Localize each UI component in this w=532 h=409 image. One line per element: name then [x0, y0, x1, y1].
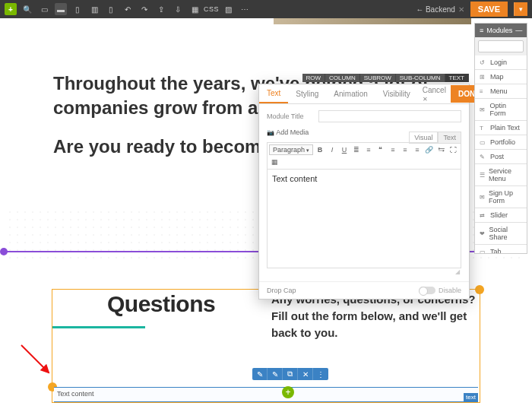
- redo-icon[interactable]: ↷: [138, 3, 150, 15]
- drag-icon[interactable]: ⋮: [313, 368, 328, 380]
- rte-toolbar: Paragraph B I U ≣ ≡ ❝ ≡ ≡ ≡ 🔗 ⮀ ⛶ ▦: [267, 142, 461, 170]
- module-item-label: Sign Up Form: [489, 189, 522, 204]
- crumb-subcolumn[interactable]: SUB-COLUMN: [396, 74, 445, 82]
- duplicate-icon[interactable]: ⧉: [283, 368, 298, 380]
- css-button[interactable]: CSS: [205, 3, 217, 15]
- search-icon[interactable]: 🔍: [21, 3, 33, 15]
- toggle-switch-icon[interactable]: [419, 287, 435, 294]
- menu-icon: ≡: [480, 88, 487, 95]
- undo-icon[interactable]: ↶: [122, 3, 134, 15]
- layout-icon[interactable]: ▦: [188, 3, 201, 15]
- module-title-input[interactable]: [318, 110, 461, 122]
- save-button[interactable]: SAVE: [470, 2, 508, 17]
- module-item-portfolio[interactable]: ▭Portfolio: [475, 135, 527, 150]
- minimize-icon[interactable]: —: [515, 27, 522, 34]
- text-badge: text: [464, 393, 478, 401]
- cancel-button[interactable]: Cancel: [418, 86, 451, 103]
- heading-underline: [52, 326, 145, 328]
- tablet-landscape-icon[interactable]: ▬: [55, 3, 67, 15]
- export-icon[interactable]: ⇪: [155, 3, 167, 15]
- tab-styling[interactable]: Styling: [288, 85, 326, 103]
- desktop-icon[interactable]: ▭: [38, 3, 50, 15]
- module-item-map[interactable]: ⊞Map: [475, 70, 527, 84]
- module-item-label: Social Share: [489, 226, 522, 241]
- tab-visibility[interactable]: Visibility: [375, 85, 418, 103]
- modules-title: Modules: [486, 27, 512, 34]
- backend-link[interactable]: Backend✕: [416, 5, 464, 14]
- module-item-service-menu[interactable]: ☰Service Menu: [475, 164, 527, 186]
- split-icon[interactable]: ▥: [88, 3, 100, 15]
- crumb-column[interactable]: COLUMN: [325, 74, 360, 82]
- post-icon: ✎: [480, 154, 487, 160]
- add-media-button[interactable]: Add Media: [267, 128, 309, 136]
- edit-icon[interactable]: ✎: [252, 368, 268, 380]
- module-item-sign-up-form[interactable]: ✉Sign Up Form: [475, 186, 527, 208]
- crumb-text[interactable]: TEXT: [445, 74, 469, 82]
- tab-icon: ▭: [480, 249, 487, 254]
- hamburger-icon: ≡: [480, 27, 483, 34]
- style-icon[interactable]: ✎: [268, 368, 283, 380]
- more-icon[interactable]: ⋯: [239, 3, 251, 15]
- login-icon: ↺: [480, 59, 487, 66]
- new-text-block-label: Text content: [57, 390, 94, 398]
- modules-header[interactable]: ≡ Modules —: [475, 24, 527, 37]
- import-icon[interactable]: ⇩: [172, 3, 184, 15]
- resize-handle[interactable]: ◢: [267, 268, 461, 275]
- unlink-icon[interactable]: ⮀: [436, 144, 447, 155]
- format-select[interactable]: Paragraph: [269, 144, 313, 155]
- align-center-icon[interactable]: ≡: [400, 144, 410, 155]
- save-dropdown[interactable]: ▾: [514, 2, 527, 16]
- new-text-block[interactable]: Text content text: [54, 387, 478, 402]
- tab-text[interactable]: Text: [259, 84, 288, 103]
- module-item-label: Optin Form: [489, 102, 522, 117]
- align-left-icon[interactable]: ≡: [388, 144, 398, 155]
- toolbar-toggle-icon[interactable]: ▦: [269, 157, 280, 167]
- module-item-menu[interactable]: ≡Menu: [475, 84, 527, 99]
- underline-icon[interactable]: U: [339, 144, 350, 155]
- module-item-plain-text[interactable]: TPlain Text: [475, 121, 527, 135]
- add-module-button[interactable]: +: [282, 386, 294, 398]
- editor-footer: Drop Cap Disable: [259, 281, 469, 299]
- optin-form-icon: ✉: [480, 106, 486, 113]
- image-icon[interactable]: ▨: [222, 3, 234, 15]
- delete-icon[interactable]: ✕: [298, 368, 313, 380]
- bullet-list-icon[interactable]: ≣: [351, 144, 362, 155]
- close-icon[interactable]: ✕: [458, 5, 464, 14]
- module-item-tab[interactable]: ▭Tab: [475, 245, 527, 253]
- mobile-icon[interactable]: ▯: [105, 3, 117, 15]
- modules-panel: ≡ Modules — ↺Login⊞Map≡Menu✉Optin FormTP…: [474, 23, 527, 254]
- dropcap-label: Drop Cap: [267, 287, 296, 294]
- module-item-login[interactable]: ↺Login: [475, 55, 527, 70]
- editor-body: Module Title Add Media Visual Text Parag…: [259, 104, 469, 281]
- questions-row[interactable]: Questions Any worries, questions, or con…: [52, 289, 480, 403]
- quote-icon[interactable]: ❝: [375, 144, 386, 155]
- crumb-subrow[interactable]: SUBROW: [360, 74, 396, 82]
- module-title-label: Module Title: [267, 113, 312, 120]
- module-item-label: Login: [490, 59, 507, 66]
- modules-search-input[interactable]: [478, 40, 524, 52]
- module-item-social-share[interactable]: ❤Social Share: [475, 223, 527, 245]
- add-button[interactable]: +: [5, 3, 17, 15]
- mode-text[interactable]: Text: [438, 132, 461, 144]
- tab-animation[interactable]: Animation: [326, 85, 375, 103]
- disable-toggle[interactable]: Disable: [419, 287, 461, 294]
- module-item-slider[interactable]: ⇄Slider: [475, 208, 527, 223]
- module-item-optin-form[interactable]: ✉Optin Form: [475, 99, 527, 121]
- fullscreen-icon[interactable]: ⛶: [448, 144, 459, 155]
- link-icon[interactable]: 🔗: [424, 144, 435, 155]
- toolbar-right: Backend✕ SAVE ▾: [416, 2, 527, 17]
- slider-icon: ⇄: [480, 212, 487, 219]
- align-right-icon[interactable]: ≡: [412, 144, 423, 155]
- text-editor-panel: ROW COLUMN SUBROW SUB-COLUMN TEXT Text S…: [258, 84, 470, 300]
- italic-icon[interactable]: I: [327, 144, 337, 155]
- bold-icon[interactable]: B: [315, 144, 325, 155]
- plain-text-icon: T: [480, 125, 487, 132]
- module-item-post[interactable]: ✎Post: [475, 150, 527, 164]
- row-handle[interactable]: [0, 248, 8, 255]
- mode-visual[interactable]: Visual: [409, 132, 438, 144]
- numbered-list-icon[interactable]: ≡: [363, 144, 374, 155]
- crumb-row[interactable]: ROW: [302, 74, 326, 82]
- tablet-icon[interactable]: ▯: [71, 3, 84, 15]
- sign-up-form-icon: ✉: [480, 194, 486, 201]
- content-textarea[interactable]: Text content: [267, 170, 461, 268]
